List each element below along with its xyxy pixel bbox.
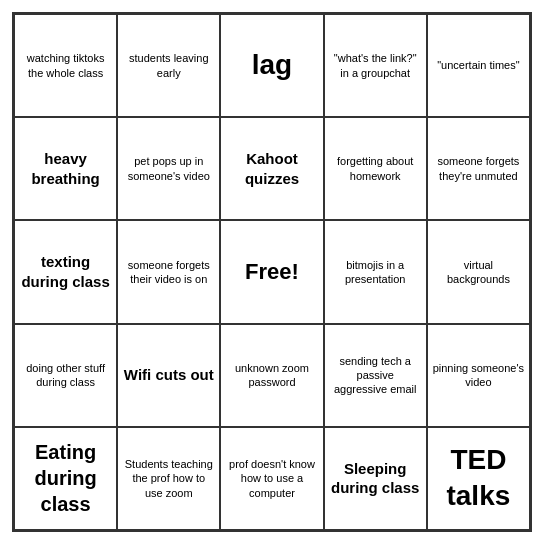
bingo-cell-r3c1: Wifi cuts out bbox=[117, 324, 220, 427]
bingo-cell-r4c4: TED talks bbox=[427, 427, 530, 530]
bingo-cell-r4c1: Students teaching the prof how to use zo… bbox=[117, 427, 220, 530]
bingo-cell-r1c4: someone forgets they're unmuted bbox=[427, 117, 530, 220]
bingo-cell-r2c3: bitmojis in a presentation bbox=[324, 220, 427, 323]
bingo-cell-r3c4: pinning someone's video bbox=[427, 324, 530, 427]
bingo-cell-r2c4: virtual backgrounds bbox=[427, 220, 530, 323]
bingo-cell-r4c2: prof doesn't know how to use a computer bbox=[220, 427, 323, 530]
bingo-cell-r4c3: Sleeping during class bbox=[324, 427, 427, 530]
bingo-cell-r0c4: "uncertain times" bbox=[427, 14, 530, 117]
bingo-cell-r0c3: "what's the link?" in a groupchat bbox=[324, 14, 427, 117]
bingo-cell-r4c0: Eating during class bbox=[14, 427, 117, 530]
bingo-cell-r2c1: someone forgets their video is on bbox=[117, 220, 220, 323]
bingo-cell-r1c2: Kahoot quizzes bbox=[220, 117, 323, 220]
bingo-cell-r1c0: heavy breathing bbox=[14, 117, 117, 220]
bingo-cell-r0c1: students leaving early bbox=[117, 14, 220, 117]
bingo-board: watching tiktoks the whole classstudents… bbox=[12, 12, 532, 532]
bingo-cell-r1c3: forgetting about homework bbox=[324, 117, 427, 220]
bingo-cell-r0c2: lag bbox=[220, 14, 323, 117]
bingo-cell-r2c2: Free! bbox=[220, 220, 323, 323]
bingo-cell-r0c0: watching tiktoks the whole class bbox=[14, 14, 117, 117]
bingo-cell-r1c1: pet pops up in someone's video bbox=[117, 117, 220, 220]
bingo-cell-r3c3: sending tech a passive aggressive email bbox=[324, 324, 427, 427]
bingo-cell-r3c0: doing other stuff during class bbox=[14, 324, 117, 427]
bingo-cell-r3c2: unknown zoom password bbox=[220, 324, 323, 427]
bingo-cell-r2c0: texting during class bbox=[14, 220, 117, 323]
